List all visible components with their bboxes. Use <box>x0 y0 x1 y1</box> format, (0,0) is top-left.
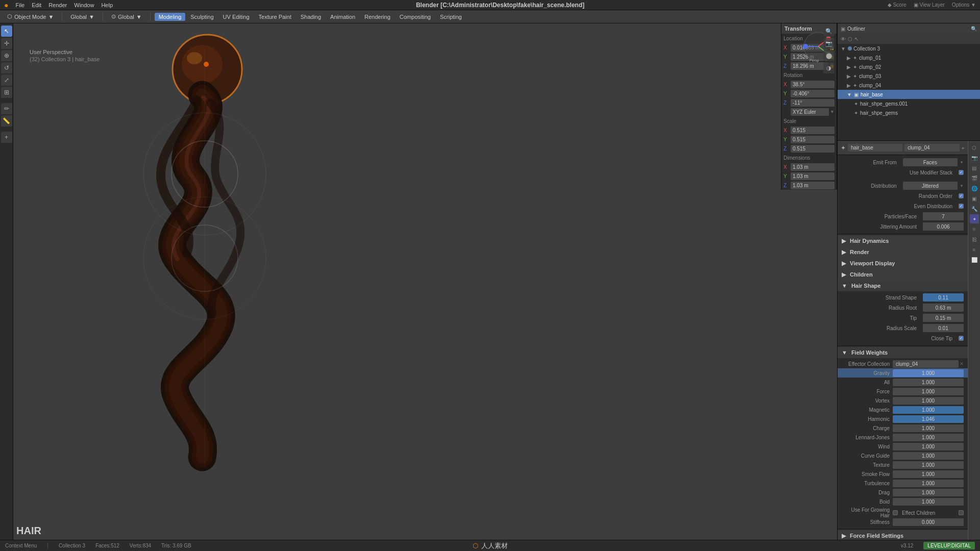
render-header[interactable]: ▶ Render <box>838 246 968 258</box>
tool-transform[interactable]: ⊞ <box>1 87 12 98</box>
emit-from-value[interactable]: Faces <box>903 158 958 166</box>
lennard-jones-value[interactable]: 1.000 <box>893 434 964 441</box>
tool-select[interactable]: ↖ <box>1 26 12 37</box>
outliner-clump03[interactable]: ▶ ✦ clump_03 <box>838 71 980 81</box>
outliner-filter-icon[interactable]: 🔍 <box>971 26 977 32</box>
tab-compositing[interactable]: Compositing <box>396 13 435 21</box>
menu-render[interactable]: Render <box>48 2 67 8</box>
prop-icon-data[interactable]: ≡ <box>970 245 979 254</box>
prop-icon-object[interactable]: ▣ <box>970 194 979 203</box>
prop-icon-physics[interactable]: ⚛ <box>970 224 979 234</box>
hair-shape-header[interactable]: ▼ Hair Shape <box>838 280 968 291</box>
force-field-settings-header[interactable]: ▶ Force Field Settings <box>838 530 968 540</box>
outliner-collection3[interactable]: ▼ Collection 3 <box>838 44 980 53</box>
hair-dynamics-header[interactable]: ▶ Hair Dynamics <box>838 235 968 246</box>
scale-z-value[interactable]: 0.515 <box>791 145 835 153</box>
force-value[interactable]: 1.000 <box>893 388 964 395</box>
growing-hair-check[interactable] <box>893 510 898 515</box>
tab-animation[interactable]: Animation <box>326 13 359 21</box>
menu-window[interactable]: Window <box>74 2 94 8</box>
smoke-flow-value[interactable]: 1.000 <box>893 470 964 478</box>
particle-add-btn[interactable]: + <box>962 145 965 151</box>
particles-face-value[interactable]: 7 <box>923 212 964 220</box>
outliner-clump02[interactable]: ▶ ✦ clump_02 <box>838 62 980 71</box>
jittering-value[interactable]: 0.006 <box>923 222 964 231</box>
tip-value[interactable]: 0.15 m <box>923 314 964 322</box>
outliner-hair-gems001[interactable]: ✦ hair_shpe_gems.001 <box>838 99 980 108</box>
prop-icon-constraints[interactable]: ⛓ <box>970 235 979 244</box>
orientation-selector[interactable]: Global ▼ <box>66 13 99 21</box>
prop-icon-scene[interactable]: 🎬 <box>970 173 979 183</box>
all-value[interactable]: 1.000 <box>893 379 964 386</box>
tab-shading[interactable]: Shading <box>297 13 325 21</box>
scale-x-value[interactable]: 0.515 <box>791 127 835 134</box>
rot-x-value[interactable]: 38.5° <box>791 81 835 88</box>
system-name[interactable]: clump_04 <box>904 144 959 152</box>
menu-help[interactable]: Help <box>101 2 113 8</box>
children-header[interactable]: ▶ Children <box>838 269 968 280</box>
vp-zoom-icon[interactable]: 🔍 <box>823 26 835 37</box>
outliner-hair-base[interactable]: ▼ ▣ hair_base <box>838 90 980 99</box>
prop-icon-view-layer[interactable]: ▤ <box>970 163 979 172</box>
3d-viewport[interactable]: RRCG RRCG 人人素材 RRCG 人人素材 RRCG 人人素材 RRCG … <box>13 23 837 540</box>
dim-z-value[interactable]: 1.03 m <box>791 182 835 189</box>
prop-icon-world[interactable]: 🌐 <box>970 184 979 193</box>
tab-modeling[interactable]: Modeling <box>155 13 186 21</box>
prop-icon-output[interactable]: 📷 <box>970 153 979 162</box>
outliner-clump04[interactable]: ▶ ✦ clump_04 <box>838 81 980 90</box>
effect-children-check[interactable] <box>959 510 964 515</box>
emitter-name[interactable]: hair_base <box>848 144 902 152</box>
wind-value[interactable]: 1.000 <box>893 443 964 450</box>
tool-add[interactable]: + <box>1 132 12 143</box>
tab-scripting[interactable]: Scripting <box>436 13 466 21</box>
tool-annotate[interactable]: ✏ <box>1 103 12 114</box>
prop-icon-render[interactable]: ⬡ <box>970 143 979 152</box>
rot-y-value[interactable]: -0.406° <box>791 90 835 97</box>
dim-x-value[interactable]: 1.03 m <box>791 163 835 171</box>
even-dist-check[interactable] <box>959 204 964 209</box>
modifier-stack-check[interactable] <box>959 170 964 175</box>
distribution-value[interactable]: Jittered <box>903 182 958 190</box>
tool-cursor[interactable]: ✛ <box>1 38 12 49</box>
xyz-euler-value[interactable]: XYZ Euler <box>791 108 829 116</box>
effector-col-value[interactable]: clump_04 <box>893 360 959 368</box>
tab-texture-paint[interactable]: Texture Paint <box>255 13 296 21</box>
vp-shading-icon[interactable]: ◑ <box>823 62 835 73</box>
tab-rendering[interactable]: Rendering <box>360 13 395 21</box>
harmonic-value[interactable]: 1.046 <box>893 415 964 423</box>
random-order-check[interactable] <box>959 193 964 198</box>
tab-sculpting[interactable]: Sculpting <box>186 13 217 21</box>
menu-file[interactable]: File <box>15 2 24 8</box>
charge-value[interactable]: 1.000 <box>893 424 964 432</box>
drag-value[interactable]: 1.000 <box>893 489 964 496</box>
radius-scale-value[interactable]: 0.01 <box>923 324 964 332</box>
turbulence-value[interactable]: 1.000 <box>893 480 964 487</box>
viewport-display-header[interactable]: ▶ Viewport Display <box>838 258 968 269</box>
boid-value[interactable]: 1.000 <box>893 498 964 506</box>
pivot-selector[interactable]: ⊙ Global ▼ <box>107 12 146 21</box>
prop-icon-material[interactable]: ⬜ <box>970 255 979 264</box>
tool-rotate[interactable]: ↺ <box>1 62 12 73</box>
menu-edit[interactable]: Edit <box>32 2 41 8</box>
close-tip-check[interactable] <box>959 336 964 341</box>
texture-value[interactable]: 1.000 <box>893 461 964 469</box>
mode-selector[interactable]: ⬡ Object Mode ▼ <box>3 12 58 21</box>
vp-camera-icon[interactable]: 📷 <box>823 38 835 49</box>
prop-icon-modifier[interactable]: 🔧 <box>970 204 979 213</box>
tool-measure[interactable]: 📏 <box>1 115 12 127</box>
strand-shape-value[interactable]: 0.11 <box>923 293 964 302</box>
tool-scale[interactable]: ⤢ <box>1 74 12 86</box>
outliner-hair-gems[interactable]: ✦ hair_shpe_gems <box>838 108 980 117</box>
vp-overlay-icon[interactable]: ⬤ <box>823 50 835 61</box>
radius-root-value[interactable]: 0.63 m <box>923 304 964 312</box>
tool-move[interactable]: ⊕ <box>1 50 12 61</box>
gravity-row[interactable]: Gravity 1.000 <box>838 368 968 378</box>
prop-icon-particle[interactable]: ✦ <box>970 214 979 223</box>
stiffness-value[interactable]: 0.000 <box>893 518 964 526</box>
vortex-value[interactable]: 1.000 <box>893 397 964 405</box>
scale-y-value[interactable]: 0.515 <box>791 136 835 143</box>
curve-guide-value[interactable]: 1.000 <box>893 452 964 460</box>
tab-uv-editing[interactable]: UV Editing <box>219 13 254 21</box>
magnetic-value[interactable]: 1.000 <box>893 406 964 414</box>
dim-y-value[interactable]: 1.03 m <box>791 172 835 180</box>
